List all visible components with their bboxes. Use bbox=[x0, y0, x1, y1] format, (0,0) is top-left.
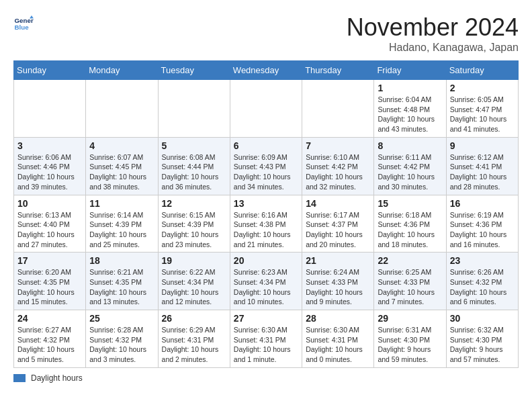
week-row-2: 10Sunrise: 6:13 AM Sunset: 4:40 PM Dayli… bbox=[14, 195, 519, 253]
calendar-cell: 8Sunrise: 6:11 AM Sunset: 4:42 PM Daylig… bbox=[374, 137, 446, 195]
calendar-cell: 1Sunrise: 6:04 AM Sunset: 4:48 PM Daylig… bbox=[374, 80, 446, 138]
day-info: Sunrise: 6:04 AM Sunset: 4:48 PM Dayligh… bbox=[378, 95, 442, 134]
calendar-cell: 21Sunrise: 6:24 AM Sunset: 4:33 PM Dayli… bbox=[302, 253, 374, 310]
day-info: Sunrise: 6:18 AM Sunset: 4:36 PM Dayligh… bbox=[378, 210, 442, 250]
day-info: Sunrise: 6:26 AM Sunset: 4:32 PM Dayligh… bbox=[450, 267, 515, 307]
day-info: Sunrise: 6:13 AM Sunset: 4:40 PM Dayligh… bbox=[17, 210, 82, 250]
calendar-cell: 23Sunrise: 6:26 AM Sunset: 4:32 PM Dayli… bbox=[446, 253, 518, 310]
day-number: 19 bbox=[162, 255, 226, 266]
day-number: 7 bbox=[306, 140, 370, 151]
calendar-cell: 28Sunrise: 6:30 AM Sunset: 4:31 PM Dayli… bbox=[302, 310, 374, 368]
day-info: Sunrise: 6:06 AM Sunset: 4:46 PM Dayligh… bbox=[17, 152, 82, 192]
day-info: Sunrise: 6:30 AM Sunset: 4:31 PM Dayligh… bbox=[234, 325, 298, 365]
calendar-cell: 19Sunrise: 6:22 AM Sunset: 4:34 PM Dayli… bbox=[158, 253, 230, 310]
calendar-cell: 3Sunrise: 6:06 AM Sunset: 4:46 PM Daylig… bbox=[14, 137, 86, 195]
day-number: 2 bbox=[450, 83, 515, 93]
day-info: Sunrise: 6:16 AM Sunset: 4:38 PM Dayligh… bbox=[234, 210, 298, 250]
day-info: Sunrise: 6:08 AM Sunset: 4:44 PM Dayligh… bbox=[162, 152, 226, 192]
day-number: 13 bbox=[234, 198, 298, 209]
calendar-cell: 27Sunrise: 6:30 AM Sunset: 4:31 PM Dayli… bbox=[230, 310, 302, 368]
day-number: 30 bbox=[450, 313, 515, 324]
day-number: 18 bbox=[89, 255, 154, 266]
day-number: 23 bbox=[450, 255, 515, 266]
day-number: 11 bbox=[89, 198, 154, 209]
day-info: Sunrise: 6:20 AM Sunset: 4:35 PM Dayligh… bbox=[17, 267, 82, 307]
calendar-cell: 25Sunrise: 6:28 AM Sunset: 4:32 PM Dayli… bbox=[86, 310, 158, 368]
day-info: Sunrise: 6:31 AM Sunset: 4:30 PM Dayligh… bbox=[378, 325, 442, 365]
day-number: 10 bbox=[17, 198, 82, 209]
day-number: 8 bbox=[378, 140, 442, 151]
day-info: Sunrise: 6:32 AM Sunset: 4:30 PM Dayligh… bbox=[450, 325, 515, 365]
calendar-cell: 26Sunrise: 6:29 AM Sunset: 4:31 PM Dayli… bbox=[158, 310, 230, 368]
location-title: Hadano, Kanagawa, Japan bbox=[347, 42, 519, 54]
header-day-thursday: Thursday bbox=[302, 61, 374, 80]
day-number: 28 bbox=[306, 313, 370, 324]
week-row-3: 17Sunrise: 6:20 AM Sunset: 4:35 PM Dayli… bbox=[14, 253, 519, 310]
footer: Daylight hours bbox=[13, 373, 519, 383]
day-number: 5 bbox=[162, 140, 226, 151]
day-number: 16 bbox=[450, 198, 515, 209]
day-info: Sunrise: 6:07 AM Sunset: 4:45 PM Dayligh… bbox=[89, 152, 154, 192]
daylight-box-icon bbox=[13, 374, 26, 382]
day-info: Sunrise: 6:23 AM Sunset: 4:34 PM Dayligh… bbox=[234, 267, 298, 307]
calendar-cell bbox=[86, 80, 158, 138]
calendar-cell: 5Sunrise: 6:08 AM Sunset: 4:44 PM Daylig… bbox=[158, 137, 230, 195]
day-info: Sunrise: 6:30 AM Sunset: 4:31 PM Dayligh… bbox=[306, 325, 370, 365]
calendar-cell: 7Sunrise: 6:10 AM Sunset: 4:42 PM Daylig… bbox=[302, 137, 374, 195]
month-title: November 2024 bbox=[347, 13, 519, 42]
day-info: Sunrise: 6:14 AM Sunset: 4:39 PM Dayligh… bbox=[89, 210, 154, 250]
day-info: Sunrise: 6:19 AM Sunset: 4:36 PM Dayligh… bbox=[450, 210, 515, 250]
day-number: 15 bbox=[378, 198, 442, 209]
calendar-cell: 6Sunrise: 6:09 AM Sunset: 4:43 PM Daylig… bbox=[230, 137, 302, 195]
day-number: 17 bbox=[17, 255, 82, 266]
day-number: 12 bbox=[162, 198, 226, 209]
header-day-tuesday: Tuesday bbox=[158, 61, 230, 80]
day-number: 29 bbox=[378, 313, 442, 324]
day-number: 6 bbox=[234, 140, 298, 151]
day-info: Sunrise: 6:11 AM Sunset: 4:42 PM Dayligh… bbox=[378, 152, 442, 192]
day-number: 3 bbox=[17, 140, 82, 151]
week-row-0: 1Sunrise: 6:04 AM Sunset: 4:48 PM Daylig… bbox=[14, 80, 519, 138]
calendar-cell: 30Sunrise: 6:32 AM Sunset: 4:30 PM Dayli… bbox=[446, 310, 518, 368]
day-number: 22 bbox=[378, 255, 442, 266]
day-info: Sunrise: 6:28 AM Sunset: 4:32 PM Dayligh… bbox=[89, 325, 154, 365]
calendar-cell: 29Sunrise: 6:31 AM Sunset: 4:30 PM Dayli… bbox=[374, 310, 446, 368]
day-info: Sunrise: 6:12 AM Sunset: 4:41 PM Dayligh… bbox=[450, 152, 515, 192]
svg-text:Blue: Blue bbox=[15, 24, 30, 31]
calendar-cell: 17Sunrise: 6:20 AM Sunset: 4:35 PM Dayli… bbox=[14, 253, 86, 310]
header-day-monday: Monday bbox=[86, 61, 158, 80]
day-info: Sunrise: 6:17 AM Sunset: 4:37 PM Dayligh… bbox=[306, 210, 370, 250]
day-number: 24 bbox=[17, 313, 82, 324]
day-info: Sunrise: 6:22 AM Sunset: 4:34 PM Dayligh… bbox=[162, 267, 226, 307]
header-row: SundayMondayTuesdayWednesdayThursdayFrid… bbox=[14, 61, 519, 80]
calendar-cell: 12Sunrise: 6:15 AM Sunset: 4:39 PM Dayli… bbox=[158, 195, 230, 253]
calendar-cell: 18Sunrise: 6:21 AM Sunset: 4:35 PM Dayli… bbox=[86, 253, 158, 310]
header-day-saturday: Saturday bbox=[446, 61, 518, 80]
day-number: 27 bbox=[234, 313, 298, 324]
daylight-label: Daylight hours bbox=[31, 373, 83, 383]
calendar-cell: 16Sunrise: 6:19 AM Sunset: 4:36 PM Dayli… bbox=[446, 195, 518, 253]
calendar-cell: 10Sunrise: 6:13 AM Sunset: 4:40 PM Dayli… bbox=[14, 195, 86, 253]
header-day-wednesday: Wednesday bbox=[230, 61, 302, 80]
logo: General Blue bbox=[13, 13, 34, 34]
header: General Blue November 2024 Hadano, Kanag… bbox=[13, 13, 519, 54]
calendar-cell: 9Sunrise: 6:12 AM Sunset: 4:41 PM Daylig… bbox=[446, 137, 518, 195]
day-info: Sunrise: 6:21 AM Sunset: 4:35 PM Dayligh… bbox=[89, 267, 154, 307]
week-row-4: 24Sunrise: 6:27 AM Sunset: 4:32 PM Dayli… bbox=[14, 310, 519, 368]
calendar-cell bbox=[302, 80, 374, 138]
calendar-cell: 4Sunrise: 6:07 AM Sunset: 4:45 PM Daylig… bbox=[86, 137, 158, 195]
day-number: 20 bbox=[234, 255, 298, 266]
calendar-table: SundayMondayTuesdayWednesdayThursdayFrid… bbox=[13, 60, 519, 368]
day-number: 26 bbox=[162, 313, 226, 324]
calendar-cell bbox=[158, 80, 230, 138]
header-day-friday: Friday bbox=[374, 61, 446, 80]
calendar-cell: 14Sunrise: 6:17 AM Sunset: 4:37 PM Dayli… bbox=[302, 195, 374, 253]
calendar-cell: 20Sunrise: 6:23 AM Sunset: 4:34 PM Dayli… bbox=[230, 253, 302, 310]
day-info: Sunrise: 6:05 AM Sunset: 4:47 PM Dayligh… bbox=[450, 95, 515, 134]
day-number: 14 bbox=[306, 198, 370, 209]
day-info: Sunrise: 6:25 AM Sunset: 4:33 PM Dayligh… bbox=[378, 267, 442, 307]
day-info: Sunrise: 6:24 AM Sunset: 4:33 PM Dayligh… bbox=[306, 267, 370, 307]
calendar-cell: 11Sunrise: 6:14 AM Sunset: 4:39 PM Dayli… bbox=[86, 195, 158, 253]
day-info: Sunrise: 6:29 AM Sunset: 4:31 PM Dayligh… bbox=[162, 325, 226, 365]
calendar-cell bbox=[14, 80, 86, 138]
